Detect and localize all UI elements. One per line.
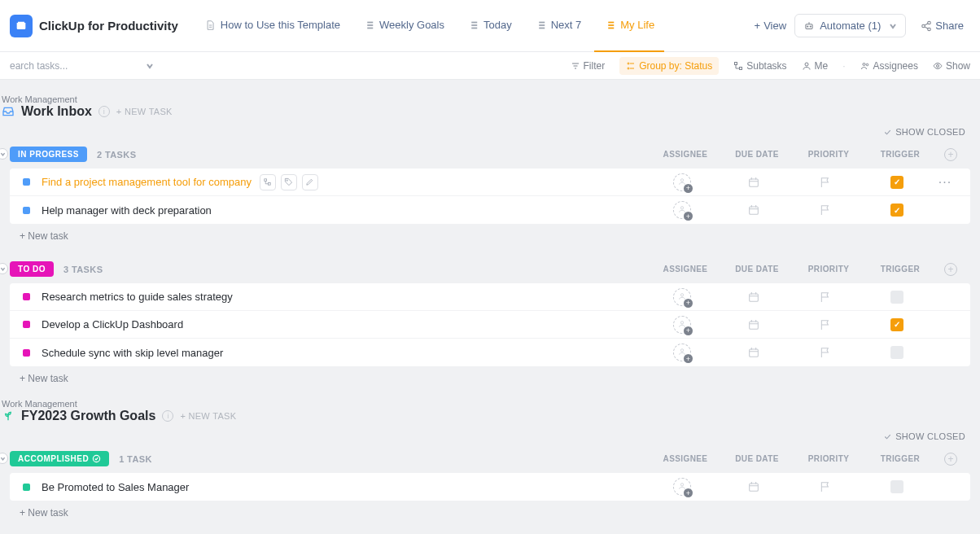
collapse-toggle[interactable]	[0, 453, 8, 464]
task-name[interactable]: Find a project management tool for compa…	[42, 176, 252, 188]
calendar-icon[interactable]	[747, 176, 760, 189]
calendar-icon[interactable]	[747, 480, 760, 493]
status-pill[interactable]: ACCOMPLISHED	[10, 451, 109, 466]
new-task-row[interactable]: + New task	[0, 366, 970, 384]
flag-icon[interactable]	[819, 346, 832, 359]
status-dot[interactable]	[23, 321, 30, 328]
header: ClickUp for Productivity How to Use this…	[0, 0, 980, 52]
flag-icon[interactable]	[819, 480, 832, 493]
growth-icon	[2, 409, 15, 422]
assignee-cell	[646, 344, 718, 361]
more-button[interactable]: ···	[933, 175, 957, 190]
tag-action[interactable]	[281, 174, 297, 190]
flag-icon[interactable]	[819, 204, 832, 217]
nav-tab-next-7[interactable]: Next 7	[525, 0, 592, 52]
add-column-button[interactable]: +	[944, 453, 957, 466]
svg-point-47	[863, 63, 865, 65]
show-closed-button[interactable]: SHOW CLOSED	[883, 127, 965, 137]
trigger-checkbox[interactable]	[890, 318, 903, 331]
task-row[interactable]: Find a project management tool for compa…	[10, 169, 970, 196]
search-tasks[interactable]: earch tasks...	[10, 60, 154, 72]
task-name[interactable]: Develop a ClickUp Dashboard	[42, 318, 183, 330]
status-dot[interactable]	[23, 178, 30, 186]
new-task-row[interactable]: + New task	[0, 501, 970, 519]
me-button[interactable]: Me	[802, 60, 829, 72]
nav-tab-my-life[interactable]: My Life	[594, 0, 664, 52]
task-name[interactable]: Schedule sync with skip level manager	[42, 347, 223, 359]
show-button[interactable]: Show	[933, 60, 970, 72]
nav-tab-how-to-use-this-template[interactable]: How to Use this Template	[195, 0, 350, 52]
calendar-icon[interactable]	[747, 291, 760, 304]
group-by-button[interactable]: Group by: Status	[619, 57, 719, 75]
flag-icon[interactable]	[819, 176, 832, 189]
share-button[interactable]: Share	[914, 15, 970, 37]
assign-button[interactable]	[673, 288, 691, 306]
view-label: View	[763, 20, 786, 32]
task-row[interactable]: Develop a ClickUp Dashboard	[10, 311, 970, 339]
subtasks-button[interactable]: Subtasks	[733, 60, 786, 72]
new-task-button[interactable]: + NEW TASK	[116, 107, 173, 116]
task-row[interactable]: Help manager with deck preparation	[10, 196, 970, 224]
section: Work ManagementFY2023 Growth Goalsi+ NEW…	[0, 384, 980, 519]
task-name[interactable]: Research metrics to guide sales strategy	[42, 291, 233, 303]
edit-action[interactable]	[302, 174, 318, 190]
assignees-button[interactable]: Assignees	[860, 60, 918, 72]
calendar-icon[interactable]	[747, 204, 760, 217]
check-icon	[883, 432, 892, 441]
new-task-button[interactable]: + NEW TASK	[180, 411, 236, 421]
robot-icon	[803, 20, 815, 32]
task-name[interactable]: Be Promoted to Sales Manager	[42, 481, 189, 493]
trigger-checkbox[interactable]	[890, 291, 903, 304]
svg-rect-42	[735, 62, 737, 64]
assign-button[interactable]	[673, 478, 691, 496]
assignee-cell	[646, 173, 718, 191]
assign-button[interactable]	[673, 316, 691, 334]
trigger-checkbox[interactable]	[890, 204, 903, 217]
add-view-button[interactable]: + View	[746, 15, 795, 37]
flag-icon[interactable]	[819, 318, 832, 331]
nav-tab-today[interactable]: Today	[457, 0, 522, 52]
app-title: ClickUp for Productivity	[39, 19, 178, 33]
task-row[interactable]: Research metrics to guide sales strategy	[10, 283, 970, 311]
add-column-button[interactable]: +	[944, 263, 957, 276]
subtasks-label: Subtasks	[746, 60, 786, 72]
status-pill[interactable]: TO DO	[10, 261, 54, 277]
filter-button[interactable]: Filter	[571, 60, 606, 72]
flag-icon[interactable]	[819, 291, 832, 304]
collapse-toggle[interactable]	[0, 263, 8, 274]
status-dot[interactable]	[23, 349, 30, 357]
info-icon[interactable]: i	[162, 410, 173, 422]
task-name[interactable]: Help manager with deck preparation	[42, 204, 212, 217]
collapse-toggle[interactable]	[0, 148, 8, 160]
calendar-icon[interactable]	[747, 346, 760, 359]
task-count: 1 TASK	[119, 454, 152, 464]
status-pill[interactable]: IN PROGRESS	[10, 147, 87, 162]
chevron-down-icon	[146, 62, 154, 70]
chevron-down-icon	[889, 22, 897, 30]
status-dot[interactable]	[23, 484, 30, 491]
add-column-button[interactable]: +	[944, 148, 957, 161]
plus-icon: +	[755, 20, 761, 32]
task-row[interactable]: Be Promoted to Sales Manager	[10, 473, 970, 501]
trigger-checkbox[interactable]	[890, 346, 903, 359]
assign-button[interactable]	[673, 201, 691, 219]
calendar-icon[interactable]	[747, 318, 760, 331]
subtask-action[interactable]	[260, 174, 276, 190]
col-assignee: ASSIGNEE	[650, 454, 721, 463]
tab-label: Next 7	[551, 19, 582, 31]
status-dot[interactable]	[23, 293, 30, 300]
status-dot[interactable]	[23, 207, 30, 214]
show-closed-button[interactable]: SHOW CLOSED	[883, 431, 965, 441]
automate-button[interactable]: Automate (1)	[794, 14, 906, 37]
trigger-checkbox[interactable]	[890, 176, 903, 189]
assign-button[interactable]	[673, 173, 691, 191]
info-icon[interactable]: i	[98, 106, 110, 117]
trigger-checkbox[interactable]	[890, 480, 903, 493]
assign-button[interactable]	[673, 344, 691, 361]
list-icon	[535, 20, 546, 31]
task-row[interactable]: Schedule sync with skip level manager	[10, 339, 970, 366]
show-closed-label: SHOW CLOSED	[895, 127, 965, 137]
new-task-row[interactable]: + New task	[0, 224, 970, 242]
nav-tab-weekly-goals[interactable]: Weekly Goals	[353, 0, 454, 52]
app-icon	[10, 15, 33, 37]
